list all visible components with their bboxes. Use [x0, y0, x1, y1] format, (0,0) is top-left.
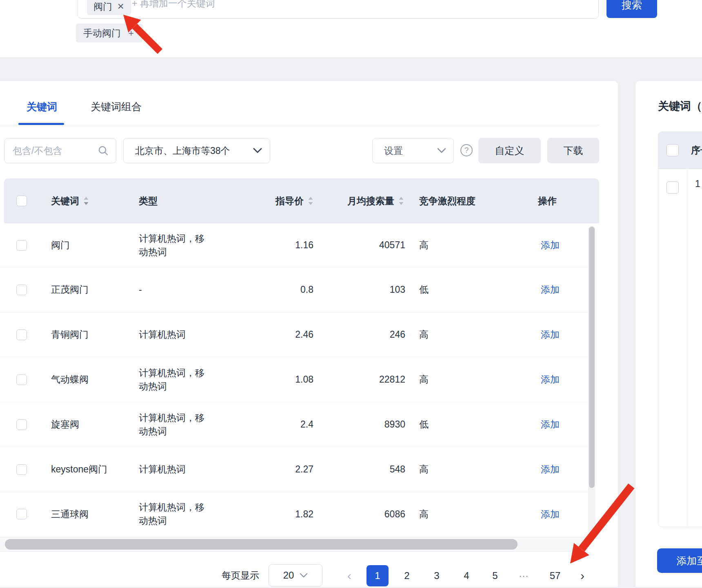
keyword-cell: 旋塞阀 — [51, 402, 79, 447]
competition-cell: 高 — [419, 223, 429, 267]
horizontal-scrollbar-thumb[interactable] — [5, 539, 518, 550]
keyword-results-card: 关键词 关键词组合 包含/不包含 北京市、上海市等38个 设置 ? 自定义 下载 — [0, 81, 618, 587]
competition-cell: 高 — [419, 312, 429, 357]
row-checkbox[interactable] — [16, 464, 27, 475]
price-cell: 0.8 — [241, 267, 313, 312]
row-checkbox-wrap — [16, 492, 27, 536]
page-button-2[interactable]: 2 — [396, 565, 418, 586]
sort-icon[interactable] — [308, 196, 313, 206]
competition-cell: 低 — [419, 402, 429, 447]
remove-keyword-icon[interactable]: ✕ — [117, 2, 124, 11]
row-checkbox[interactable] — [16, 285, 27, 295]
page-button-1[interactable]: 1 — [367, 565, 389, 586]
next-page-button[interactable]: › — [573, 565, 591, 586]
column-divider — [687, 169, 687, 527]
type-cell: 计算机热词，移动热词 — [139, 223, 211, 267]
column-header-keyword[interactable]: 关键词 — [51, 178, 89, 223]
add-link[interactable]: 添加 — [541, 447, 560, 492]
search-button[interactable]: 搜索 — [606, 0, 657, 18]
header-divider — [658, 169, 702, 169]
selected-keywords-table: 序号 1 — [658, 131, 702, 527]
row-checkbox[interactable] — [666, 181, 679, 194]
sort-icon[interactable] — [398, 196, 404, 206]
help-icon[interactable]: ? — [460, 144, 473, 156]
column-header-volume[interactable]: 月均搜索量 — [318, 178, 404, 223]
price-cell: 1.16 — [241, 223, 313, 267]
download-button[interactable]: 下载 — [547, 138, 599, 163]
prev-page-button[interactable]: ‹ — [342, 565, 357, 586]
price-cell: 2.4 — [241, 402, 313, 447]
add-keyword-placeholder[interactable]: + 再增加一个关键词 — [132, 0, 215, 17]
column-header-competition: 竞争激烈程度 — [419, 178, 475, 223]
suggested-keyword-tag[interactable]: 手动阀门 ＋ — [76, 24, 143, 42]
keyword-search-input[interactable]: 阀门 ✕ + 再增加一个关键词 — [78, 0, 599, 19]
settings-dropdown[interactable]: 设置 — [372, 138, 454, 163]
page-button-5[interactable]: 5 — [484, 565, 506, 586]
row-checkbox[interactable] — [16, 240, 27, 251]
row-checkbox-wrap — [16, 312, 27, 357]
region-dropdown[interactable]: 北京市、上海市等38个 — [123, 138, 270, 163]
page-button-3[interactable]: 3 — [426, 565, 448, 586]
volume-cell: 103 — [322, 267, 405, 312]
add-to-button[interactable]: 添加至 — [657, 548, 702, 573]
column-header-action: 操作 — [538, 178, 557, 223]
page-button-57[interactable]: 57 — [544, 565, 566, 586]
search-icon — [98, 145, 109, 156]
pagination-ellipsis: ··· — [513, 565, 535, 586]
include-filter-placeholder: 包含/不包含 — [13, 145, 98, 157]
type-cell: 计算机热词，移动热词 — [139, 402, 211, 447]
type-cell: 计算机热词 — [139, 312, 211, 357]
row-checkbox-wrap — [16, 267, 27, 312]
table-row: 旋塞阀 计算机热词，移动热词 2.4 8930 低 添加 — [0, 402, 588, 447]
volume-cell: 40571 — [322, 223, 405, 267]
select-all-checkbox[interactable] — [666, 144, 679, 156]
include-filter-input[interactable]: 包含/不包含 — [4, 138, 116, 163]
keyword-tag-label: 阀门 — [93, 0, 112, 13]
row-checkbox-wrap — [16, 357, 27, 402]
price-cell: 1.82 — [241, 492, 313, 536]
price-cell: 2.46 — [241, 312, 313, 357]
table-row: 青铜阀门 计算机热词 2.46 246 高 添加 — [0, 312, 588, 357]
row-checkbox[interactable] — [16, 374, 27, 385]
keyword-cell: 阀门 — [51, 223, 70, 267]
add-link[interactable]: 添加 — [541, 357, 560, 402]
tab-keywords[interactable]: 关键词 — [27, 100, 57, 114]
table-row: keystone阀门 计算机热词 2.27 548 高 添加 — [0, 447, 588, 492]
row-checkbox-wrap — [16, 402, 27, 447]
keyword-tag[interactable]: 阀门 ✕ — [87, 0, 131, 15]
add-link[interactable]: 添加 — [541, 312, 560, 357]
page-button-4[interactable]: 4 — [455, 565, 478, 586]
add-link[interactable]: 添加 — [541, 223, 560, 267]
chevron-down-icon — [300, 573, 308, 578]
volume-cell: 22812 — [322, 357, 405, 402]
column-header-price[interactable]: 指导价 — [224, 178, 313, 223]
vertical-scrollbar-thumb[interactable] — [589, 227, 595, 488]
column-header-index: 序号 — [691, 132, 702, 169]
customize-button[interactable]: 自定义 — [478, 138, 541, 163]
row-checkbox[interactable] — [16, 330, 27, 340]
keyword-tool-page: 阀门 ✕ + 再增加一个关键词 搜索 手动阀门 ＋ 关键词 关键词组合 包含/不… — [0, 0, 702, 588]
add-link[interactable]: 添加 — [541, 402, 560, 447]
row-checkbox-wrap — [16, 223, 27, 267]
type-cell: 计算机热词，移动热词 — [139, 357, 211, 402]
column-header-type: 类型 — [139, 178, 158, 223]
select-all-checkbox[interactable] — [16, 196, 27, 206]
per-page-label: 每页显示 — [222, 569, 259, 582]
add-link[interactable]: 添加 — [541, 492, 560, 536]
row-checkbox[interactable] — [16, 419, 27, 430]
competition-cell: 低 — [419, 267, 429, 312]
select-all-chevron-icon[interactable] — [32, 178, 38, 223]
price-cell: 1.08 — [241, 357, 313, 402]
per-page-select[interactable]: 20 — [269, 564, 322, 586]
volume-cell: 548 — [322, 447, 405, 492]
sort-icon[interactable] — [83, 196, 89, 206]
row-checkbox[interactable] — [16, 509, 27, 519]
per-page-value: 20 — [283, 570, 294, 581]
add-suggestion-icon[interactable]: ＋ — [127, 27, 136, 39]
volume-cell: 8930 — [322, 402, 405, 447]
add-link[interactable]: 添加 — [541, 267, 560, 312]
competition-cell: 高 — [419, 492, 429, 536]
keyword-cell: 青铜阀门 — [51, 312, 89, 357]
competition-cell: 高 — [419, 447, 429, 492]
tab-keyword-combinations[interactable]: 关键词组合 — [91, 100, 142, 114]
